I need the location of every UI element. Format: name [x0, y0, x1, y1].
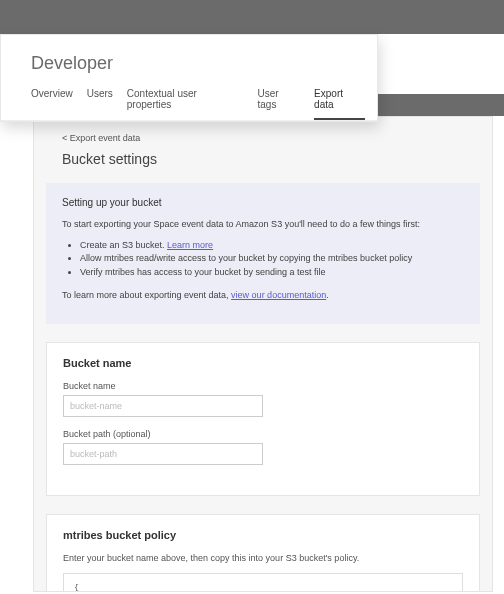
bucket-path-input[interactable]	[63, 443, 263, 465]
top-bar	[0, 0, 504, 34]
page-container: < Export event data Bucket settings Sett…	[33, 116, 493, 592]
breadcrumb-back[interactable]: < Export event data	[34, 117, 492, 151]
bucket-policy-title: mtribes bucket policy	[63, 529, 463, 541]
info-outro-pre: To learn more about exporting event data…	[62, 290, 231, 300]
page-title: Bucket settings	[34, 151, 492, 183]
secondary-bar	[378, 94, 504, 116]
info-bullet-3: Verify mtribes has access to your bucket…	[80, 266, 464, 280]
info-bullet-1: Create an S3 bucket. Learn more	[80, 239, 464, 253]
panel-tabs: Overview Users Contextual user propertie…	[1, 88, 377, 121]
tab-contextual-user-properties[interactable]: Contextual user properties	[127, 88, 244, 120]
tab-users[interactable]: Users	[87, 88, 113, 120]
info-box: Setting up your bucket To start exportin…	[46, 183, 480, 324]
bucket-policy-sub: Enter your bucket name above, then copy …	[63, 553, 463, 563]
info-outro-post: .	[326, 290, 329, 300]
documentation-link[interactable]: view our documentation	[231, 290, 326, 300]
bucket-path-label: Bucket path (optional)	[63, 429, 463, 439]
info-bullet-2: Allow mtribes read/write access to your …	[80, 252, 464, 266]
tab-user-tags[interactable]: User tags	[258, 88, 301, 120]
bucket-name-label: Bucket name	[63, 381, 463, 391]
bucket-name-card-title: Bucket name	[63, 357, 463, 369]
bucket-policy-code[interactable]: { "Version":"2020-10-17", "Statement":[ …	[63, 573, 463, 592]
info-bullets: Create an S3 bucket. Learn more Allow mt…	[62, 239, 464, 280]
tab-overview[interactable]: Overview	[31, 88, 73, 120]
bucket-policy-card: mtribes bucket policy Enter your bucket …	[46, 514, 480, 592]
info-intro: To start exporting your Space event data…	[62, 218, 464, 231]
info-bullet-1-text: Create an S3 bucket.	[80, 240, 167, 250]
learn-more-link[interactable]: Learn more	[167, 240, 213, 250]
info-title: Setting up your bucket	[62, 197, 464, 208]
developer-panel: Developer Overview Users Contextual user…	[0, 34, 378, 122]
tab-export-data[interactable]: Export data	[314, 88, 365, 120]
panel-title: Developer	[1, 35, 377, 88]
bucket-name-input[interactable]	[63, 395, 263, 417]
bucket-name-card: Bucket name Bucket name Bucket path (opt…	[46, 342, 480, 496]
info-outro: To learn more about exporting event data…	[62, 289, 464, 302]
